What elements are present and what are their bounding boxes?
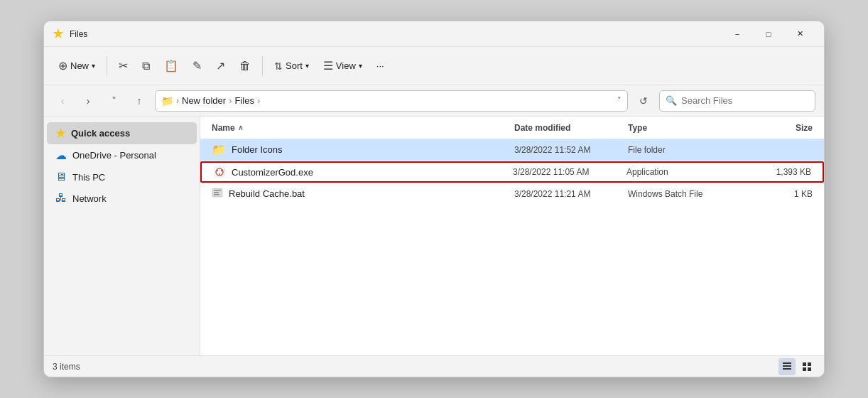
- details-view-button[interactable]: [779, 358, 796, 375]
- cut-icon: ✂: [119, 59, 128, 72]
- search-icon: 🔍: [666, 95, 677, 106]
- sidebar: ★ Quick access ☁ OneDrive - Personal 🖥 T…: [44, 117, 200, 355]
- down-button[interactable]: ˅: [104, 91, 124, 111]
- file-date: 3/28/2022 11:52 AM: [514, 145, 628, 155]
- maximize-button[interactable]: □: [753, 21, 784, 47]
- delete-icon: 🗑: [239, 60, 251, 72]
- copy-button[interactable]: ⧉: [136, 56, 156, 76]
- window-icon: [53, 28, 64, 40]
- sidebar-label-this-pc: This PC: [72, 172, 105, 183]
- table-row[interactable]: CustomizerGod.exe 3/28/2022 11:05 AM App…: [200, 161, 824, 183]
- table-row[interactable]: Rebuild Cache.bat 3/28/2022 11:21 AM Win…: [200, 183, 824, 205]
- svg-rect-13: [808, 362, 811, 366]
- toolbar-separator-2: [262, 56, 263, 76]
- more-label: ···: [376, 60, 384, 71]
- sidebar-item-network[interactable]: 🖧 Network: [47, 188, 197, 209]
- svg-rect-7: [214, 192, 219, 193]
- toolbar: ⊕ New ▾ ✂ ⧉ 📋 ✎ ↗ 🗑 ⇅ Sort ▾ ☰: [44, 47, 824, 85]
- address-path-box[interactable]: 📁 › New folder › Files › ˅: [155, 90, 628, 112]
- view-button[interactable]: ☰ View ▾: [318, 55, 368, 76]
- search-box[interactable]: 🔍: [659, 90, 815, 112]
- status-bar: 3 items: [44, 355, 824, 377]
- sort-button[interactable]: ⇅ Sort ▾: [268, 57, 315, 75]
- path-dropdown-icon[interactable]: ˅: [617, 96, 622, 105]
- svg-rect-14: [803, 367, 806, 371]
- svg-rect-6: [214, 190, 221, 191]
- cut-button[interactable]: ✂: [113, 55, 134, 76]
- window-title: Files: [70, 29, 722, 39]
- file-name-cell: Rebuild Cache.bat: [212, 187, 514, 200]
- new-chevron-icon: ▾: [92, 62, 95, 70]
- svg-rect-10: [783, 365, 791, 367]
- svg-rect-12: [803, 362, 806, 366]
- share-icon: ↗: [216, 59, 225, 72]
- file-list-header: Name ∧ Date modified Type Size: [200, 117, 824, 139]
- svg-rect-15: [808, 367, 811, 371]
- sidebar-label-onedrive: OneDrive - Personal: [72, 150, 156, 161]
- path-part-1: ›: [176, 96, 179, 106]
- up-button[interactable]: ↑: [129, 91, 149, 111]
- column-type[interactable]: Type: [628, 123, 742, 133]
- view-chevron-icon: ▾: [359, 62, 362, 70]
- svg-rect-9: [783, 362, 791, 364]
- file-list: Name ∧ Date modified Type Size 📁 Folder …: [200, 117, 824, 355]
- path-new-folder: New folder: [182, 95, 226, 106]
- path-sep-1: ›: [229, 95, 232, 106]
- forward-button[interactable]: ›: [78, 91, 98, 111]
- view-icon: ☰: [323, 59, 333, 72]
- sort-arrow-icon: ∧: [238, 124, 243, 131]
- path-folder-icon: 📁: [161, 95, 173, 107]
- tiles-view-button[interactable]: [798, 358, 815, 375]
- paste-button[interactable]: 📋: [158, 55, 184, 76]
- file-name-cell: 📁 Folder Icons: [212, 143, 514, 156]
- delete-button[interactable]: 🗑: [234, 56, 256, 76]
- sort-icon: ⇅: [274, 60, 283, 72]
- back-button[interactable]: ‹: [53, 91, 72, 111]
- pc-icon: 🖥: [55, 171, 67, 183]
- toolbar-separator-1: [107, 56, 107, 76]
- paste-icon: 📋: [164, 59, 178, 72]
- file-date: 3/28/2022 11:21 AM: [514, 189, 628, 199]
- items-count: 3 items: [53, 362, 80, 372]
- bat-icon: [212, 187, 223, 200]
- share-button[interactable]: ↗: [210, 55, 231, 76]
- sort-label: Sort: [286, 60, 303, 71]
- sidebar-label-network: Network: [72, 193, 107, 204]
- sidebar-item-quick-access[interactable]: ★ Quick access: [47, 122, 197, 144]
- sidebar-item-this-pc[interactable]: 🖥 This PC: [47, 166, 197, 188]
- title-bar: Files − □ ✕: [44, 21, 824, 47]
- more-button[interactable]: ···: [371, 57, 390, 75]
- file-name-cell: CustomizerGod.exe: [213, 166, 513, 178]
- view-label: View: [336, 60, 356, 71]
- file-name: CustomizerGod.exe: [232, 167, 313, 178]
- search-input[interactable]: [681, 95, 809, 106]
- main-content: ★ Quick access ☁ OneDrive - Personal 🖥 T…: [44, 117, 824, 355]
- minimize-button[interactable]: −: [722, 21, 753, 47]
- file-size: 1,393 KB: [740, 167, 811, 177]
- network-icon: 🖧: [55, 192, 67, 205]
- refresh-button[interactable]: ↺: [634, 91, 653, 111]
- new-button[interactable]: ⊕ New ▾: [53, 55, 101, 76]
- svg-point-3: [221, 170, 222, 171]
- folder-icon: 📁: [212, 143, 226, 156]
- rename-button[interactable]: ✎: [187, 55, 207, 76]
- copy-icon: ⧉: [142, 60, 150, 72]
- file-type: File folder: [628, 145, 742, 155]
- window-controls: − □ ✕: [722, 21, 815, 47]
- address-bar: ‹ › ˅ ↑ 📁 › New folder › Files › ˅ ↺ 🔍: [44, 85, 824, 117]
- close-button[interactable]: ✕: [784, 21, 815, 47]
- svg-point-4: [219, 173, 220, 175]
- file-name: Folder Icons: [232, 144, 283, 155]
- column-date[interactable]: Date modified: [514, 123, 628, 133]
- file-explorer-window: Files − □ ✕ ⊕ New ▾ ✂ ⧉ 📋 ✎ ↗ 🗑: [43, 21, 825, 377]
- star-icon: ★: [55, 127, 65, 140]
- file-type: Windows Batch File: [628, 189, 742, 199]
- view-controls: [779, 358, 815, 375]
- svg-rect-8: [214, 194, 219, 195]
- table-row[interactable]: 📁 Folder Icons 3/28/2022 11:52 AM File f…: [200, 139, 824, 161]
- sidebar-item-onedrive[interactable]: ☁ OneDrive - Personal: [47, 144, 197, 166]
- svg-rect-11: [783, 368, 791, 370]
- column-size[interactable]: Size: [742, 123, 813, 133]
- column-name[interactable]: Name ∧: [212, 123, 514, 133]
- cloud-icon: ☁: [55, 149, 67, 162]
